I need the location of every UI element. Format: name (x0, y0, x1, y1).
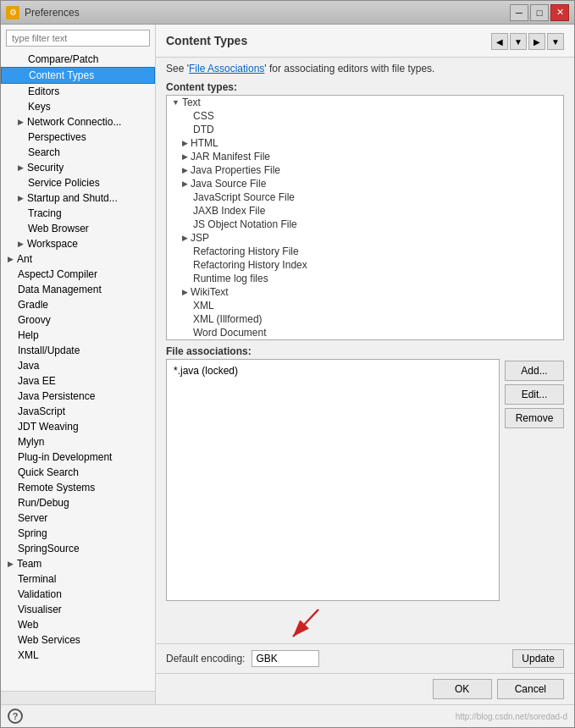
preferences-window: ⚙ Preferences ─ □ ✕ Compare/PatchContent… (0, 0, 575, 728)
nav-back-button[interactable]: ◀ (491, 33, 508, 50)
sidebar-item-tracing[interactable]: Tracing (1, 206, 155, 221)
ct-item-refactoring-history-index[interactable]: Refactoring History Index (167, 258, 563, 272)
sidebar-item-security[interactable]: ▶Security (1, 160, 155, 175)
sidebar-item-remote-systems[interactable]: Remote Systems (1, 480, 155, 495)
ct-item-label: JS Object Notation File (193, 218, 297, 230)
sidebar-item-label: JDT Weaving (18, 421, 79, 433)
ok-button[interactable]: OK (433, 679, 492, 699)
sidebar-item-workspace[interactable]: ▶Workspace (1, 236, 155, 251)
sidebar-item-compare-patch[interactable]: Compare/Patch (1, 52, 155, 67)
file-associations-label: File associations: (156, 340, 574, 359)
ct-item-dtd[interactable]: DTD (167, 123, 563, 136)
ct-item-jar-manifest[interactable]: ▶JAR Manifest File (167, 150, 563, 163)
add-button[interactable]: Add... (505, 361, 564, 381)
cancel-button[interactable]: Cancel (497, 679, 564, 699)
sidebar-item-label: Search (28, 146, 60, 158)
ct-item-jsp[interactable]: ▶JSP (167, 231, 563, 245)
sidebar-item-content-types[interactable]: Content Types (1, 67, 155, 84)
sidebar-item-startup-shutdown[interactable]: ▶Startup and Shutd... (1, 190, 155, 206)
content-types-tree[interactable]: ▼TextCSSDTD▶HTML▶JAR Manifest File▶Java … (166, 95, 564, 340)
file-assoc-item[interactable]: *.java (locked) (170, 363, 495, 378)
sidebar-item-web-browser[interactable]: Web Browser (1, 221, 155, 236)
sidebar-item-springsource[interactable]: SpringSource (1, 541, 155, 556)
ct-item-javascript-source[interactable]: JavaScript Source File (167, 190, 563, 204)
ct-item-java-properties[interactable]: ▶Java Properties File (167, 163, 563, 177)
sidebar-item-perspectives[interactable]: Perspectives (1, 130, 155, 145)
sidebar-item-web[interactable]: Web (1, 617, 155, 632)
sidebar-item-groovy[interactable]: Groovy (1, 312, 155, 328)
ct-item-html[interactable]: ▶HTML (167, 136, 563, 150)
expand-arrow-icon: ▶ (18, 163, 24, 172)
ct-item-jaxb-index[interactable]: JAXB Index File (167, 204, 563, 218)
right-header: Content Types ◀ ▼ ▶ ▼ (156, 25, 574, 58)
sidebar-item-quick-search[interactable]: Quick Search (1, 465, 155, 480)
expand-icon: ▼ (172, 98, 180, 107)
sidebar-item-label: Compare/Patch (28, 53, 98, 65)
remove-button[interactable]: Remove (505, 408, 564, 428)
ct-item-label: Refactoring History Index (193, 259, 307, 271)
help-icon[interactable]: ? (8, 709, 23, 724)
sidebar-item-network-connections[interactable]: ▶Network Connectio... (1, 114, 155, 130)
ct-item-text[interactable]: ▼Text (167, 96, 563, 109)
ct-item-runtime-log[interactable]: Runtime log files (167, 272, 563, 285)
sidebar-item-ant[interactable]: ▶Ant (1, 251, 155, 267)
file-assoc-list[interactable]: *.java (locked) (166, 359, 500, 601)
sidebar-item-aspectj[interactable]: AspectJ Compiler (1, 267, 155, 282)
sidebar-item-team[interactable]: ▶Team (1, 556, 155, 571)
left-scrollbar[interactable] (1, 691, 155, 704)
ct-item-wikitext[interactable]: ▶WikiText (167, 285, 563, 299)
sidebar-item-run-debug[interactable]: Run/Debug (1, 495, 155, 510)
ct-item-css[interactable]: CSS (167, 109, 563, 123)
sidebar-item-java-persistence[interactable]: Java Persistence (1, 389, 155, 404)
ct-item-label: Java Source File (191, 178, 266, 190)
sidebar-item-validation[interactable]: Validation (1, 587, 155, 602)
nav-forward-button[interactable]: ▶ (528, 33, 545, 50)
edit-button[interactable]: Edit... (505, 384, 564, 405)
sidebar-item-server[interactable]: Server (1, 510, 155, 526)
close-button[interactable]: ✕ (550, 4, 569, 21)
sidebar-item-visualiser[interactable]: Visualiser (1, 602, 155, 617)
sidebar-item-gradle[interactable]: Gradle (1, 297, 155, 312)
ct-item-java-source[interactable]: ▶Java Source File (167, 177, 563, 190)
tree-container: Compare/PatchContent TypesEditorsKeys▶Ne… (1, 52, 155, 691)
sidebar-item-data-management[interactable]: Data Management (1, 282, 155, 297)
update-button[interactable]: Update (512, 649, 564, 668)
sidebar-item-keys[interactable]: Keys (1, 99, 155, 114)
sidebar-item-javascript[interactable]: JavaScript (1, 404, 155, 419)
sidebar-item-service-policies[interactable]: Service Policies (1, 175, 155, 190)
sidebar-item-label: Terminal (18, 573, 56, 585)
sidebar-item-label: Java EE (18, 375, 56, 387)
bottom-help-bar: ? http://blog.csdn.net/soredad-d (1, 704, 574, 727)
sidebar-item-editors[interactable]: Editors (1, 84, 155, 99)
sidebar-item-xml[interactable]: XML (1, 648, 155, 663)
ct-item-word-document[interactable]: Word Document (167, 326, 563, 339)
filter-input[interactable] (6, 30, 150, 47)
sidebar-item-terminal[interactable]: Terminal (1, 571, 155, 587)
sidebar-item-search[interactable]: Search (1, 145, 155, 160)
ct-item-js-object[interactable]: JS Object Notation File (167, 218, 563, 231)
sidebar-item-help[interactable]: Help (1, 328, 155, 343)
sidebar-item-java-ee[interactable]: Java EE (1, 373, 155, 389)
ct-item-xml-illformed[interactable]: XML (Illformed) (167, 312, 563, 326)
sidebar-item-java[interactable]: Java (1, 358, 155, 373)
maximize-button[interactable]: □ (530, 4, 549, 21)
file-associations-link[interactable]: File Associations (189, 63, 264, 74)
ct-item-label: XML (Illformed) (193, 313, 263, 325)
nav-menu-button[interactable]: ▼ (547, 33, 564, 50)
ct-item-label: JAXB Index File (193, 205, 265, 217)
sidebar-item-web-services[interactable]: Web Services (1, 632, 155, 648)
sidebar-item-mylyn[interactable]: Mylyn (1, 434, 155, 449)
ct-item-refactoring-history[interactable]: Refactoring History File (167, 245, 563, 258)
minimize-button[interactable]: ─ (510, 4, 528, 21)
sidebar-item-spring[interactable]: Spring (1, 526, 155, 541)
nav-dropdown-button[interactable]: ▼ (510, 33, 527, 50)
sidebar-item-plugin-dev[interactable]: Plug-in Development (1, 449, 155, 465)
ct-item-label: Text (182, 97, 201, 108)
expand-arrow-icon: ▶ (8, 560, 14, 568)
sidebar-item-jdt-weaving[interactable]: JDT Weaving (1, 419, 155, 434)
encoding-input[interactable] (252, 650, 319, 667)
content-types-label: Content types: (156, 78, 574, 95)
sidebar-item-install-update[interactable]: Install/Update (1, 343, 155, 358)
ct-item-xml[interactable]: XML (167, 299, 563, 312)
expand-icon: ▶ (182, 166, 188, 174)
